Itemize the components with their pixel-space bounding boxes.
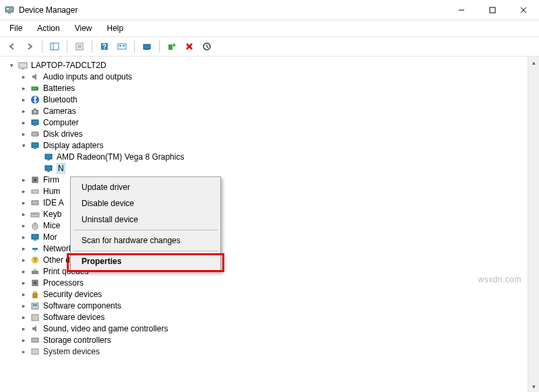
minimize-button[interactable]: [446, 0, 477, 20]
context-menu: Update driver Disable device Uninstall d…: [70, 176, 221, 272]
ctx-separator: [73, 230, 218, 230]
window-title: Device Manager: [19, 5, 77, 15]
maximize-button[interactable]: [477, 0, 508, 20]
tree-item-storage[interactable]: ▸ Storage controllers: [3, 334, 539, 346]
chevron-right-icon[interactable]: ▸: [19, 255, 28, 265]
chevron-right-icon[interactable]: ▸: [19, 313, 28, 322]
chevron-right-icon[interactable]: ▸: [19, 187, 28, 196]
svg-rect-60: [33, 294, 37, 298]
sound-icon: [30, 323, 40, 334]
chevron-right-icon[interactable]: ▸: [19, 324, 28, 333]
update-driver-toolbar-button[interactable]: [164, 39, 180, 54]
svg-rect-44: [32, 190, 38, 193]
svg-rect-45: [32, 201, 38, 205]
forward-button[interactable]: [22, 39, 38, 54]
tree-item-softcomp[interactable]: ▸ Software components: [3, 300, 539, 311]
toolbar: ?: [0, 36, 539, 57]
menu-file[interactable]: File: [3, 22, 29, 35]
close-button[interactable]: [508, 0, 539, 20]
scrollbar-track[interactable]: [528, 68, 539, 381]
chevron-down-icon[interactable]: ▾: [19, 141, 28, 150]
ctx-uninstall-device[interactable]: Uninstall device: [72, 211, 219, 228]
tree-item-label: Software devices: [43, 313, 104, 322]
device-tree-panel: ▾ LAPTOP-7ADCLT2D ▸ Audio inputs and out…: [0, 57, 539, 392]
chevron-right-icon[interactable]: ▸: [19, 278, 28, 288]
tree-root[interactable]: ▾ LAPTOP-7ADCLT2D: [3, 59, 539, 71]
printer-icon: [30, 266, 40, 277]
tree-item-label: Mor: [43, 232, 57, 242]
app-icon: [4, 5, 15, 15]
chevron-right-icon[interactable]: ▸: [19, 244, 28, 253]
chevron-right-icon[interactable]: ▸: [19, 106, 28, 116]
scroll-up-button[interactable]: ▴: [528, 57, 539, 68]
chevron-right-icon[interactable]: ▸: [19, 84, 28, 93]
tree-item-bluetooth[interactable]: ▸ Bluetooth: [3, 94, 539, 105]
tree-item-batteries[interactable]: ▸ Batteries: [3, 82, 539, 94]
svg-rect-2: [8, 13, 11, 13]
scroll-down-button[interactable]: ▾: [528, 381, 539, 392]
tree-item-processors[interactable]: ▸ Processors: [3, 277, 539, 288]
menubar: File Action View Help: [0, 20, 539, 36]
scan-hardware-button[interactable]: [139, 39, 155, 54]
chevron-right-icon[interactable]: ▸: [19, 175, 28, 185]
tree-item-sound[interactable]: ▸ Sound, video and game controllers: [3, 323, 539, 334]
chevron-right-icon[interactable]: ▸: [19, 301, 28, 311]
chevron-right-icon[interactable]: ▸: [19, 198, 28, 207]
ctx-disable-device[interactable]: Disable device: [72, 195, 219, 211]
tree-item-label: Cameras: [43, 106, 76, 116]
chevron-right-icon[interactable]: ▸: [19, 221, 28, 230]
chevron-right-icon[interactable]: ▸: [19, 335, 28, 345]
svg-rect-38: [45, 154, 52, 159]
audio-icon: [30, 71, 40, 82]
tree-item-label: Batteries: [43, 84, 75, 93]
tree-item-cameras[interactable]: ▸ Cameras: [3, 105, 539, 117]
properties-toolbar-button[interactable]: [71, 39, 88, 54]
titlebar: Device Manager: [0, 0, 539, 20]
display-icon: [43, 152, 54, 162]
tree-item-system[interactable]: ▸ System devices: [3, 346, 539, 357]
chevron-right-icon[interactable]: ▸: [19, 129, 28, 139]
svg-rect-32: [32, 120, 38, 125]
svg-rect-64: [32, 338, 38, 342]
chevron-down-icon[interactable]: ▾: [7, 61, 16, 70]
ctx-update-driver[interactable]: Update driver: [72, 179, 219, 195]
chevron-right-icon[interactable]: ▸: [19, 347, 28, 356]
menu-action[interactable]: Action: [30, 22, 66, 35]
svg-rect-37: [34, 148, 36, 149]
tree-item-disk[interactable]: ▸ Disk drives: [3, 128, 539, 139]
action-toolbar-button[interactable]: [114, 39, 130, 54]
tree-item-amd-radeon[interactable]: AMD Radeon(TM) Vega 8 Graphics: [3, 151, 539, 162]
chevron-right-icon[interactable]: ▸: [19, 290, 28, 299]
chevron-right-icon[interactable]: ▸: [19, 267, 28, 276]
chevron-right-icon[interactable]: ▸: [19, 232, 28, 242]
back-button[interactable]: [4, 39, 20, 54]
chevron-right-icon[interactable]: ▸: [19, 95, 28, 104]
vertical-scrollbar[interactable]: ▴ ▾: [528, 57, 539, 392]
tree-item-label: Security devices: [43, 290, 102, 299]
ctx-scan-hardware[interactable]: Scan for hardware changes: [72, 232, 219, 249]
svg-rect-36: [32, 143, 38, 148]
menu-view[interactable]: View: [68, 22, 99, 35]
svg-rect-25: [22, 69, 24, 69]
svg-rect-56: [32, 271, 38, 274]
tree-item-security[interactable]: ▸ Security devices: [3, 288, 539, 300]
uninstall-toolbar-button[interactable]: [181, 39, 197, 54]
menu-help[interactable]: Help: [100, 22, 131, 35]
svg-rect-16: [119, 45, 121, 46]
security-icon: [30, 289, 40, 300]
disable-toolbar-button[interactable]: [199, 39, 215, 54]
tree-item-softdev[interactable]: ▸ Software devices: [3, 311, 539, 323]
chevron-right-icon[interactable]: ▸: [19, 209, 28, 219]
tree-item-label: N: [57, 163, 65, 174]
chevron-right-icon[interactable]: ▸: [19, 72, 28, 81]
tree-item-audio[interactable]: ▸ Audio inputs and outputs: [3, 71, 539, 82]
tree-item-display-adapters[interactable]: ▾ Display adapters: [3, 139, 539, 151]
svg-rect-61: [32, 303, 38, 309]
show-hide-tree-button[interactable]: [46, 39, 63, 54]
tree-item-selected-display[interactable]: N: [3, 162, 539, 174]
chevron-right-icon[interactable]: ▸: [19, 118, 28, 127]
help-toolbar-button[interactable]: ?: [96, 39, 113, 54]
other-icon: ?: [30, 255, 40, 265]
ctx-properties[interactable]: Properties: [72, 253, 219, 269]
tree-item-computer[interactable]: ▸ Computer: [3, 117, 539, 128]
